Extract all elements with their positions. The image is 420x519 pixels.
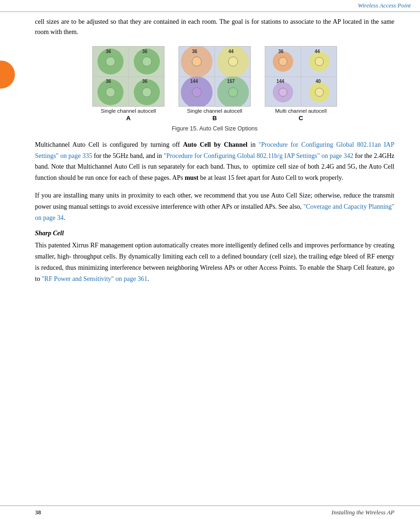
figure-a-svg: 36 36 36 36: [93, 47, 165, 107]
svg-text:36: 36: [192, 49, 198, 54]
figure-a: 36 36 36 36 Single channel autocell A: [92, 46, 165, 122]
header-title: Wireless Access Point: [358, 2, 411, 9]
svg-text:36: 36: [106, 79, 111, 84]
svg-point-28: [192, 57, 201, 66]
svg-text:144: 144: [276, 79, 284, 84]
figures-row: 36 36 36 36 Single channel autocell A: [35, 46, 394, 122]
svg-text:36: 36: [142, 79, 148, 84]
svg-text:36: 36: [142, 49, 148, 54]
link-coverage-capacity[interactable]: "Coverage and Capacity Planning" on page…: [35, 203, 394, 221]
svg-point-31: [228, 88, 238, 97]
link-802-11bg[interactable]: "Procedure for Configuring Global 802.11…: [164, 152, 353, 159]
figure-b-diagram: 36 44 144 157: [179, 46, 251, 107]
paragraph-2: If you are installing many units in prox…: [35, 190, 394, 223]
svg-point-49: [279, 88, 287, 96]
svg-point-30: [192, 88, 201, 97]
figure-c-sublabel: Multi channel autocell: [275, 108, 327, 114]
page-header: Wireless Access Point: [0, 0, 420, 12]
figure-c-letter: C: [299, 115, 303, 122]
svg-point-12: [142, 88, 151, 97]
svg-point-11: [106, 88, 115, 97]
footer-page-number: 38: [35, 509, 41, 516]
svg-point-9: [106, 57, 115, 66]
svg-point-50: [315, 88, 324, 96]
figure-a-letter: A: [126, 115, 131, 122]
page-footer: 38 Installing the Wireless AP: [0, 505, 420, 519]
bold-must: must: [185, 174, 199, 181]
figure-c: 36 44 144 40 Multi channel autocell C: [265, 46, 337, 122]
svg-point-48: [315, 57, 324, 66]
page-container: Wireless Access Point cell sizes are to …: [0, 0, 420, 519]
svg-text:44: 44: [228, 49, 234, 54]
svg-point-10: [142, 57, 151, 66]
svg-text:36: 36: [278, 49, 284, 54]
svg-point-29: [228, 57, 238, 66]
paragraph-1: Multichannel Auto Cell is configured by …: [35, 139, 394, 184]
figure-a-diagram: 36 36 36 36: [92, 46, 165, 107]
svg-point-47: [279, 57, 287, 66]
sharp-cell-heading: Sharp Cell: [35, 230, 394, 237]
svg-text:40: 40: [316, 79, 321, 84]
svg-text:36: 36: [106, 49, 111, 54]
sharp-cell-paragraph: This patented Xirrus RF management optio…: [35, 240, 394, 284]
intro-paragraph: cell sizes are to be adjusted so that th…: [35, 17, 394, 38]
figure-b: 36 44 144 157 Single channel autocell B: [179, 46, 251, 122]
footer-section-title: Installing the Wireless AP: [331, 509, 394, 516]
link-rf-power[interactable]: "RF Power and Sensitivity" on page 361: [41, 275, 147, 282]
figure-b-sublabel: Single channel autocell: [187, 108, 242, 114]
svg-text:144: 144: [190, 79, 198, 84]
svg-text:44: 44: [315, 49, 320, 54]
figure-c-diagram: 36 44 144 40: [265, 46, 337, 107]
figure-b-svg: 36 44 144 157: [179, 47, 251, 107]
main-content: cell sizes are to be adjusted so that th…: [0, 12, 420, 300]
figure-b-letter: B: [213, 115, 217, 122]
figure-a-sublabel: Single channel autocell: [101, 108, 156, 114]
bold-auto-cell: Auto Cell by Channel: [183, 141, 247, 148]
figure-c-svg: 36 44 144 40: [265, 47, 337, 107]
svg-text:157: 157: [227, 79, 235, 84]
figure-caption: Figure 15. Auto Cell Size Options: [35, 125, 394, 132]
